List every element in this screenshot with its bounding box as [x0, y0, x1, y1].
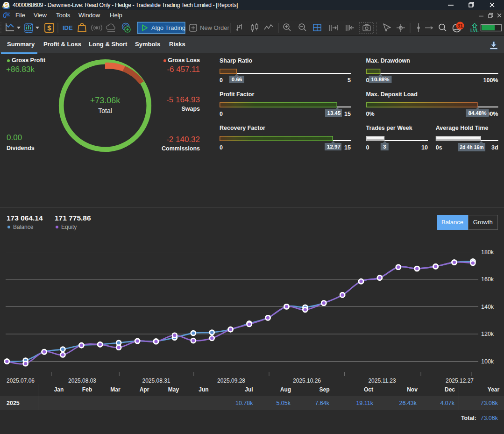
svg-text:160k: 160k — [481, 276, 494, 283]
svg-text:100k: 100k — [481, 358, 494, 365]
svg-text:2025.12.27: 2025.12.27 — [446, 377, 474, 384]
svg-text:2025.10.26: 2025.10.26 — [293, 377, 321, 384]
svg-text:2025.08.03: 2025.08.03 — [68, 377, 96, 384]
svg-text:180k: 180k — [481, 249, 494, 256]
svg-text:2025.09.28: 2025.09.28 — [217, 377, 245, 384]
svg-text:140k: 140k — [481, 304, 494, 310]
svg-text:2025.11.23: 2025.11.23 — [368, 377, 396, 384]
svg-text:2025.08.31: 2025.08.31 — [142, 377, 170, 384]
svg-text:120k: 120k — [481, 331, 494, 337]
svg-text:2025.07.06: 2025.07.06 — [7, 377, 35, 384]
